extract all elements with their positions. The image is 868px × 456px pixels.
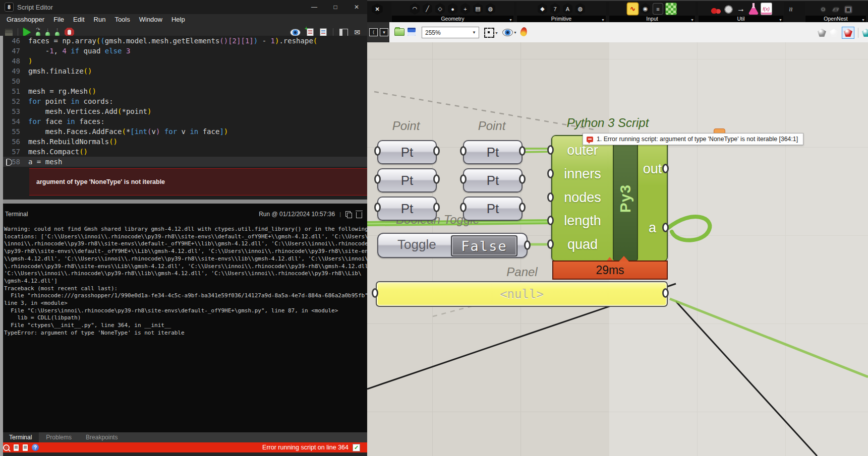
code-line-48[interactable]: 48): [3, 56, 367, 66]
relay-icon[interactable]: [723, 3, 734, 15]
panel-divider[interactable]: [0, 200, 367, 204]
code-line-46[interactable]: 46faces = np.array((gmsh.model.mesh.getE…: [3, 36, 367, 46]
point-parameter-component[interactable]: Pt: [463, 140, 523, 164]
part-icon[interactable]: ▣: [843, 3, 854, 15]
pt-input-connector[interactable]: [460, 203, 467, 212]
debug-watch-icon[interactable]: [290, 29, 301, 36]
value-list-icon[interactable]: ≡: [653, 3, 663, 15]
knob-icon[interactable]: ◉: [640, 3, 651, 15]
point-parameter-component[interactable]: Pt: [377, 197, 437, 221]
boolean-toggle-component[interactable]: Toggle False: [377, 233, 528, 258]
display-gem-teal[interactable]: [862, 29, 868, 37]
menu-item-grasshopper[interactable]: Grasshopper: [2, 14, 49, 25]
script-info-icon[interactable]: [320, 28, 327, 37]
ribbon-group-expand-icon[interactable]: ▼: [601, 18, 605, 22]
preview-eye-icon[interactable]: ▼: [502, 29, 517, 36]
pt-output-connector[interactable]: [519, 203, 526, 212]
python-center-section[interactable]: Py3: [613, 136, 638, 260]
code-line-54[interactable]: 54for face in faces:: [3, 116, 367, 126]
pt-input-connector[interactable]: [374, 174, 381, 184]
clear-output-icon[interactable]: [356, 212, 362, 218]
pt-input-connector[interactable]: [460, 174, 467, 184]
domain-icon[interactable]: ◆: [537, 3, 548, 15]
sheet-icon[interactable]: ▱: [831, 3, 841, 15]
rectangle-icon[interactable]: ◇: [435, 3, 445, 15]
pt-input-connector[interactable]: [460, 146, 467, 156]
code-line-53[interactable]: 53 mesh.Vertices.Add(*point): [3, 106, 367, 116]
cherry-picker-icon[interactable]: [711, 3, 721, 15]
collapse-panel-icon[interactable]: [339, 29, 348, 36]
save-file-icon[interactable]: [408, 28, 416, 36]
report-file-icon[interactable]: [23, 444, 28, 451]
minimize-button[interactable]: —: [304, 0, 325, 14]
pt-output-connector[interactable]: [433, 203, 440, 212]
pt-input-connector[interactable]: [374, 146, 381, 156]
close-button[interactable]: ✕: [346, 0, 367, 14]
integer-icon[interactable]: 7: [550, 3, 560, 15]
menu-item-tools[interactable]: Tools: [110, 14, 134, 25]
copy-output-icon[interactable]: [345, 211, 352, 217]
grasshopper-canvas[interactable]: Point Point Boolean Toggle Python 3 Scri…: [367, 42, 868, 456]
window-resize-edge[interactable]: [0, 36, 3, 456]
menu-item-file[interactable]: File: [49, 14, 69, 25]
code-line-50[interactable]: 50: [3, 76, 367, 86]
code-line-47[interactable]: 47 -1, 4 if quad else 3: [3, 46, 367, 56]
paint-wire-icon[interactable]: [520, 27, 527, 36]
search-icon[interactable]: [3, 444, 10, 451]
menu-item-help[interactable]: Help: [167, 14, 190, 25]
flask-icon[interactable]: [748, 3, 759, 15]
menu-item-run[interactable]: Run: [89, 14, 110, 25]
panel-component[interactable]: <null>: [376, 281, 668, 307]
point-parameter-component[interactable]: Pt: [463, 168, 523, 192]
panel-input-connector[interactable]: [372, 288, 378, 298]
mesh-icon[interactable]: ◍: [575, 3, 586, 15]
help-icon[interactable]: ?: [32, 444, 39, 451]
code-line-56[interactable]: 56mesh.RebuildNormals(): [3, 137, 367, 147]
nest-icon[interactable]: ○: [818, 3, 829, 15]
zoom-level-combobox[interactable]: 255% ▼: [422, 27, 479, 38]
maximize-button[interactable]: □: [325, 0, 346, 14]
feedback-mail-icon[interactable]: ✉: [354, 29, 360, 36]
point-parameter-component[interactable]: Pt: [377, 140, 437, 164]
dock-down-icon[interactable]: ▾: [380, 28, 388, 36]
mesh-sphere-icon[interactable]: ◍: [485, 3, 496, 15]
tab-breakpoints[interactable]: Breakpoints: [79, 432, 125, 442]
terminal-output[interactable]: Warning: could not find Gmsh shared libr…: [4, 226, 366, 337]
pt-input-connector[interactable]: [374, 203, 381, 212]
tab-terminal[interactable]: Terminal: [2, 432, 39, 442]
zoom-extents-icon[interactable]: ▼: [484, 28, 498, 38]
menu-item-window[interactable]: Window: [135, 14, 167, 25]
display-gem-gray[interactable]: [818, 29, 826, 37]
tab-problems[interactable]: Problems: [39, 432, 79, 442]
menu-item-edit[interactable]: Edit: [69, 14, 89, 25]
vector-icon[interactable]: +: [460, 3, 471, 15]
sphere-icon[interactable]: ●: [447, 3, 458, 15]
display-gem-white[interactable]: [830, 29, 838, 37]
pt-output-connector[interactable]: [519, 174, 526, 184]
code-editor[interactable]: 46faces = np.array((gmsh.model.mesh.getE…: [3, 36, 367, 168]
status-checkbox[interactable]: ✓: [353, 444, 360, 451]
pt-output-connector[interactable]: [433, 146, 440, 156]
expression-icon[interactable]: f(x): [761, 3, 772, 15]
ribbon-group-expand-icon[interactable]: ▼: [509, 18, 512, 22]
display-gem-red[interactable]: [844, 29, 852, 37]
code-line-55[interactable]: 55 mesh.Faces.AddFace(*[int(v) for v in …: [3, 126, 367, 137]
code-line-52[interactable]: 52for point in coords:: [3, 96, 367, 106]
dock-left-icon[interactable]: ⟨: [369, 28, 378, 36]
toggle-value-switch[interactable]: False: [451, 235, 517, 256]
pt-output-connector[interactable]: [433, 174, 440, 184]
data-dam-icon[interactable]: →: [736, 3, 746, 15]
code-line-49[interactable]: 49gmsh.finalize(): [3, 66, 367, 76]
save-icon[interactable]: [5, 29, 13, 36]
new-script-icon[interactable]: [307, 28, 314, 37]
open-file-icon[interactable]: [394, 28, 404, 36]
log-file-icon[interactable]: [14, 444, 19, 451]
text-icon[interactable]: A: [562, 3, 573, 15]
code-line-58[interactable]: 58a = mesh: [3, 157, 367, 167]
point-parameter-component[interactable]: Pt: [463, 197, 523, 221]
box-icon[interactable]: ▤: [473, 3, 483, 15]
panel-output-connector[interactable]: [662, 288, 669, 298]
ribbon-group-expand-icon[interactable]: ▼: [690, 18, 694, 22]
graph-mapper-icon[interactable]: ∿: [627, 3, 638, 15]
curve-icon[interactable]: ◠: [410, 3, 420, 15]
